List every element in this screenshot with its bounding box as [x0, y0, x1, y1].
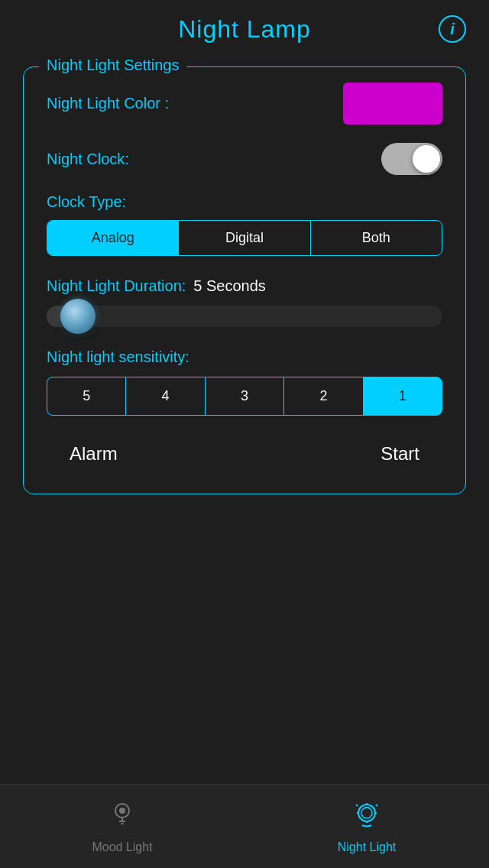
night-clock-row: Night Clock:: [47, 143, 442, 175]
night-clock-label: Night Clock:: [47, 151, 381, 168]
svg-point-3: [361, 808, 372, 818]
toggle-knob: [413, 145, 440, 173]
nav-night-light[interactable]: Night Light: [244, 785, 489, 868]
clock-type-digital[interactable]: Digital: [179, 221, 310, 255]
slider-thumb[interactable]: [60, 299, 96, 334]
night-light-color-row: Night Light Color :: [47, 83, 442, 125]
duration-row: Night Light Duration: 5 Seconds: [47, 277, 442, 295]
app-header: Night Lamp i: [0, 0, 489, 51]
clock-type-section: Clock Type: Analog Digital Both: [47, 193, 442, 256]
card-label: Night Light Settings: [39, 57, 186, 74]
mood-light-label: Mood Light: [92, 840, 152, 854]
sensitivity-label: Night light sensitivity:: [47, 348, 442, 366]
bottom-nav: Mood Light Night Light: [0, 784, 489, 868]
night-clock-toggle[interactable]: [381, 143, 442, 175]
slider-track: [47, 306, 442, 327]
night-light-color-swatch[interactable]: [343, 83, 442, 125]
svg-line-8: [356, 805, 358, 806]
sensitivity-2[interactable]: 2: [283, 377, 363, 416]
clock-type-label: Clock Type:: [47, 193, 442, 211]
mood-light-icon: [107, 798, 138, 836]
clock-type-analog[interactable]: Analog: [47, 221, 179, 255]
sensitivity-3[interactable]: 3: [205, 377, 284, 416]
duration-value: 5 Seconds: [193, 277, 266, 295]
night-light-icon: [351, 798, 382, 836]
svg-point-1: [119, 808, 125, 814]
svg-line-9: [376, 805, 377, 806]
info-button[interactable]: i: [439, 15, 466, 43]
clock-type-segment: Analog Digital Both: [47, 220, 442, 256]
sensitivity-5[interactable]: 5: [47, 377, 126, 416]
night-light-label: Night Light: [338, 840, 397, 854]
nav-mood-light[interactable]: Mood Light: [0, 785, 244, 868]
settings-card: Night Light Settings Night Light Color :…: [23, 66, 466, 494]
sensitivity-4[interactable]: 4: [125, 377, 205, 416]
sensitivity-1[interactable]: 1: [363, 377, 442, 416]
start-button[interactable]: Start: [358, 437, 442, 471]
sensitivity-buttons: 5 4 3 2 1: [47, 377, 442, 416]
action-row: Alarm Start: [47, 437, 442, 471]
alarm-button[interactable]: Alarm: [47, 437, 141, 471]
app-title: Night Lamp: [178, 15, 311, 44]
duration-slider-container: [47, 306, 442, 327]
night-light-color-label: Night Light Color :: [47, 95, 343, 112]
clock-type-both[interactable]: Both: [311, 221, 442, 255]
duration-label: Night Light Duration:: [47, 277, 186, 295]
